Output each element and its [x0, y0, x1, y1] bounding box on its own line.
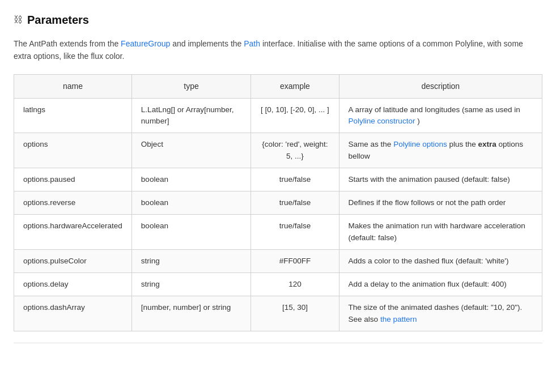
table-header-row: name type example description — [14, 74, 542, 98]
table-row: options.paused boolean true/false Starts… — [14, 168, 542, 191]
row-example: true/false — [251, 168, 339, 191]
row-name: options — [14, 133, 132, 168]
feature-group-link[interactable]: FeatureGroup — [121, 39, 170, 48]
row-example: true/false — [251, 215, 339, 250]
polyline-constructor-link[interactable]: Polyline constructor — [349, 117, 415, 125]
table-row: options.pulseColor string #FF00FF Adds a… — [14, 249, 542, 272]
intro-paragraph: The AntPath extends from the FeatureGrou… — [14, 37, 542, 63]
row-description: Defines if the flow follows or not the p… — [339, 191, 542, 215]
table-row: options.dashArray [number, number] or st… — [14, 296, 542, 331]
row-type: boolean — [131, 191, 251, 215]
row-example: [ [0, 10], [-20, 0], ... ] — [251, 98, 339, 133]
row-type: L.LatLng[] or Array[number, number] — [131, 98, 251, 133]
row-name: options.pulseColor — [14, 249, 132, 272]
col-header-example: example — [251, 74, 339, 98]
row-example: true/false — [251, 191, 339, 215]
row-name: options.delay — [14, 273, 132, 296]
row-name: options.hardwareAccelerated — [14, 215, 132, 250]
row-name: options.paused — [14, 168, 132, 191]
row-description: Add a delay to the animation flux (defau… — [339, 273, 542, 296]
col-header-type: type — [131, 74, 251, 98]
page-header: ⛓ Parameters — [14, 11, 542, 28]
chain-icon: ⛓ — [14, 13, 23, 27]
row-description: Starts with the animation paused (defaul… — [339, 168, 542, 191]
row-description: Makes the animation run with hardware ac… — [339, 215, 542, 250]
row-description: Adds a color to the dashed flux (default… — [339, 249, 542, 272]
page-title: Parameters — [27, 11, 89, 28]
row-description: Same as the Polyline options plus the ex… — [339, 133, 542, 168]
table-row: options.reverse boolean true/false Defin… — [14, 191, 542, 215]
polyline-options-link[interactable]: Polyline options — [393, 140, 447, 148]
row-type: boolean — [131, 215, 251, 250]
bottom-divider — [14, 343, 542, 343]
intro-text-before-path: and implements the — [170, 39, 244, 48]
row-name: options.reverse — [14, 191, 132, 215]
path-link[interactable]: Path — [244, 39, 260, 48]
table-row: options.delay string 120 Add a delay to … — [14, 273, 542, 296]
row-name: options.dashArray — [14, 296, 132, 331]
col-header-description: description — [339, 74, 542, 98]
intro-text-before-fg: The AntPath extends from the — [14, 39, 121, 48]
row-description: A array of latitude and longitudes (same… — [339, 98, 542, 133]
row-name: latlngs — [14, 98, 132, 133]
row-example: [15, 30] — [251, 296, 339, 331]
row-type: string — [131, 273, 251, 296]
row-type: Object — [131, 133, 251, 168]
col-header-name: name — [14, 74, 132, 98]
row-type: boolean — [131, 168, 251, 191]
table-row: latlngs L.LatLng[] or Array[number, numb… — [14, 98, 542, 133]
table-row: options Object {color: 'red', weight: 5,… — [14, 133, 542, 168]
row-description: The size of the animated dashes (default… — [339, 296, 542, 331]
row-type: [number, number] or string — [131, 296, 251, 331]
row-type: string — [131, 249, 251, 272]
table-row: options.hardwareAccelerated boolean true… — [14, 215, 542, 250]
row-example: 120 — [251, 273, 339, 296]
row-example: {color: 'red', weight: 5, ...} — [251, 133, 339, 168]
pattern-link[interactable]: the pattern — [380, 315, 417, 323]
row-example: #FF00FF — [251, 249, 339, 272]
parameters-table: name type example description latlngs L.… — [14, 74, 542, 331]
extra-bold: extra — [478, 140, 496, 148]
